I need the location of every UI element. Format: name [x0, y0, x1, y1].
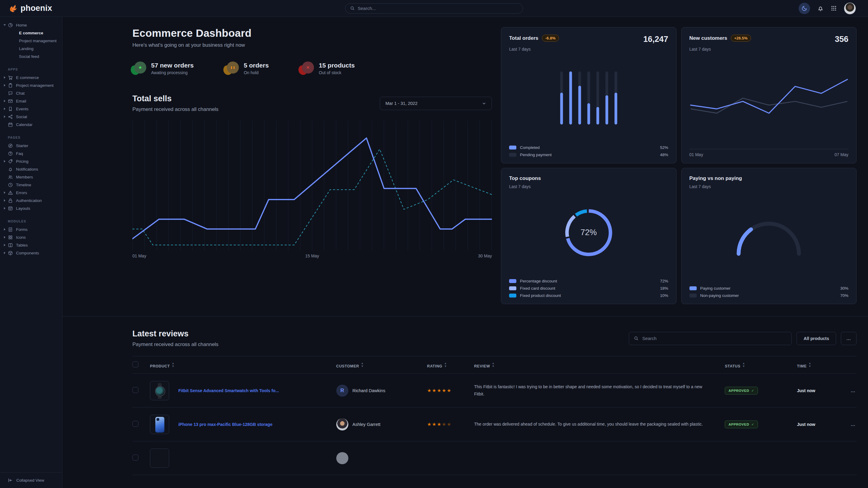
row-checkbox[interactable] [132, 387, 138, 393]
sidebar-subitem-social-feed[interactable]: Social feed [0, 53, 62, 60]
sidebar-item-project-management[interactable]: Project management [0, 82, 62, 89]
sidebar-item-email[interactable]: Email [0, 97, 62, 105]
caret-right-icon [4, 236, 5, 238]
paying-vs-nonpaying-card: Paying vs non paying Last 7 days Paying … [681, 168, 857, 304]
sidebar-item-faq[interactable]: Faq [0, 150, 62, 157]
user-avatar[interactable] [844, 2, 856, 14]
box-icon [8, 251, 13, 256]
sidebar-item-members[interactable]: Members [0, 173, 62, 181]
x-tick-label: 15 May [305, 254, 319, 258]
notifications-button[interactable] [817, 5, 824, 11]
sidebar-item-label: Chat [16, 91, 25, 96]
column-header-rating[interactable]: RATING▲▼ [427, 356, 474, 374]
reviews-menu-button[interactable]: ... [841, 332, 857, 345]
sidebar-item-errors[interactable]: Errors [0, 189, 62, 197]
stat-value: 57 new orders [151, 62, 194, 69]
date-range-value: Mar 1 - 31, 2022 [385, 101, 417, 106]
sidebar-item-forms[interactable]: Forms [0, 225, 62, 233]
review-text: The order was delivered ahead of schedul… [474, 421, 725, 428]
date-range-select[interactable]: Mar 1 - 31, 2022 [380, 97, 492, 110]
collapse-label: Collapsed View [16, 478, 44, 483]
total-orders-chart [509, 52, 668, 142]
product-link[interactable]: Fitbit Sense Advanced Smartwatch with To… [178, 388, 279, 393]
total-sells-title: Total sells [132, 94, 218, 103]
sidebar-item-starter[interactable]: Starter [0, 142, 62, 150]
sidebar-item-authentication[interactable]: Authentication [0, 197, 62, 204]
sidebar-item-social[interactable]: Social [0, 113, 62, 121]
new-customers-value: 356 [835, 35, 848, 44]
review-row: Fitbit Sense Advanced Smartwatch with To… [132, 374, 857, 408]
legend-label: Completed [520, 145, 539, 150]
sort-icon: ▲▼ [361, 362, 364, 368]
sidebar-item-notifications[interactable]: Notifications [0, 165, 62, 173]
sort-icon: ▲▼ [742, 362, 745, 368]
sidebar-item-label: Pricing [16, 159, 28, 164]
sidebar-item-tables[interactable]: Tables [0, 241, 62, 249]
total-orders-value: 16,247 [643, 35, 668, 44]
customer-avatar [336, 452, 348, 464]
caret-right-icon [4, 76, 5, 79]
row-checkbox[interactable] [132, 455, 138, 461]
x-tick-label: 07 May [835, 152, 848, 157]
row-checkbox[interactable] [132, 421, 138, 427]
sidebar-item-chat[interactable]: Chat [0, 89, 62, 97]
sidebar-item-e-commerce[interactable]: E commerce [0, 73, 62, 82]
sidebar-subitem-e-commerce[interactable]: E commerce [0, 29, 62, 37]
new-customers-x-axis: 01 May07 May [689, 152, 849, 157]
sidebar-item-layouts[interactable]: Layouts [0, 204, 62, 212]
envelope-icon [8, 99, 13, 104]
sidebar-item-home[interactable]: Home [0, 21, 62, 29]
card-title: New customers [689, 35, 727, 41]
product-thumbnail[interactable] [150, 415, 169, 434]
sidebar-item-label: Icons [16, 235, 26, 240]
sidebar-item-label: Notifications [16, 167, 38, 171]
warning-icon [8, 190, 13, 195]
brand[interactable]: phoenix [0, 4, 52, 13]
column-header-time[interactable]: TIME▲▼ [797, 356, 838, 374]
bell-icon [8, 167, 13, 172]
reviews-table: PRODUCT▲▼CUSTOMER▲▼RATING▲▼REVIEW▲▼STATU… [132, 356, 857, 475]
caret-right-icon [4, 160, 5, 162]
sidebar-item-events[interactable]: Events [0, 105, 62, 113]
sidebar-subitem-landing[interactable]: Landing [0, 44, 62, 53]
sort-icon: ▲▼ [492, 362, 495, 368]
cart-icon [8, 75, 13, 80]
card-period: Last 7 days [509, 47, 668, 52]
reviews-search-input[interactable] [642, 336, 786, 341]
users-icon [8, 174, 13, 180]
row-menu-button[interactable]: ... [838, 388, 857, 393]
legend-label: Paying customer [700, 286, 731, 291]
product-thumbnail[interactable] [150, 381, 169, 400]
search-icon [350, 6, 355, 10]
reviews-search[interactable] [629, 332, 792, 345]
legend-value: 70% [840, 293, 848, 298]
global-search[interactable] [345, 3, 523, 13]
donut-center-value: 72% [559, 202, 619, 263]
row-menu-button[interactable]: ... [838, 422, 857, 427]
column-header-review[interactable]: REVIEW▲▼ [474, 356, 725, 374]
sidebar-item-pricing[interactable]: Pricing [0, 157, 62, 165]
select-all-checkbox[interactable] [132, 361, 138, 367]
legend-swatch [509, 153, 516, 157]
global-search-input[interactable] [358, 6, 518, 11]
product-link[interactable]: iPhone 13 pro max-Pacific Blue-128GB sto… [178, 422, 272, 427]
legend-value: 72% [660, 279, 668, 283]
column-header-product[interactable]: PRODUCT▲▼ [150, 356, 336, 374]
legend-swatch [689, 294, 697, 297]
sidebar-item-calendar[interactable]: Calendar [0, 121, 62, 128]
column-header-customer[interactable]: CUSTOMER▲▼ [336, 356, 427, 374]
legend-swatch [509, 145, 516, 150]
all-products-button[interactable]: All products [797, 332, 836, 345]
sidebar-collapse-toggle[interactable]: Collapsed View [0, 472, 62, 488]
product-thumbnail[interactable] [150, 449, 169, 468]
sidebar-item-components[interactable]: Components [0, 249, 62, 257]
status-badge: APPROVED ✓ [725, 387, 758, 395]
x-tick-label: 01 May [132, 254, 146, 258]
theme-toggle-button[interactable] [799, 3, 810, 14]
column-header-status[interactable]: STATUS▲▼ [725, 356, 797, 374]
sidebar-item-timeline[interactable]: Timeline [0, 181, 62, 189]
sidebar-subitem-project-management[interactable]: Project management [0, 37, 62, 44]
x-badge-icon: ✕ [300, 62, 314, 75]
apps-menu-button[interactable] [831, 5, 837, 11]
sidebar-item-icons[interactable]: Icons [0, 233, 62, 241]
